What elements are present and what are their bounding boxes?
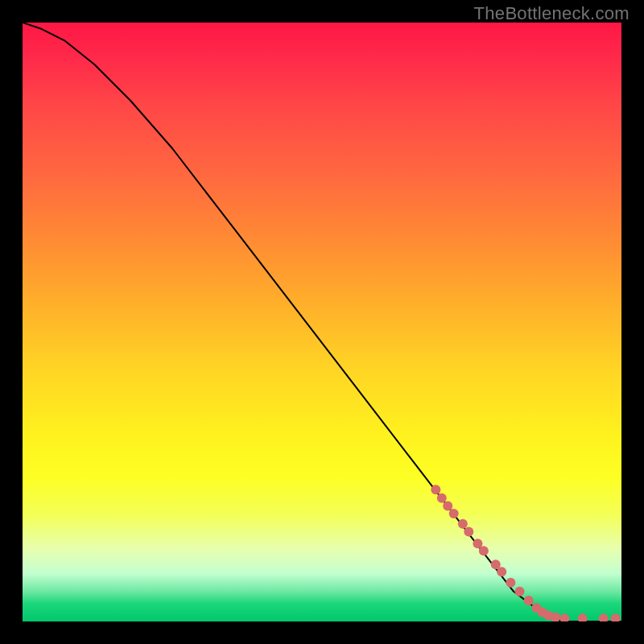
data-marker [506, 578, 515, 588]
bottleneck-curve [23, 23, 621, 621]
data-marker [559, 613, 569, 621]
chart-overlay [23, 23, 621, 621]
data-marker [449, 509, 459, 518]
data-marker [443, 501, 452, 510]
data-marker [479, 546, 489, 555]
data-marker [431, 485, 440, 494]
marker-group [431, 485, 620, 621]
data-marker [524, 596, 534, 605]
chart-frame: TheBottleneck.com [0, 0, 644, 644]
data-marker [458, 519, 468, 529]
data-marker [437, 493, 447, 503]
data-marker [464, 526, 473, 536]
watermark-text: TheBottleneck.com [474, 3, 630, 24]
data-marker [497, 567, 506, 576]
data-marker [578, 613, 588, 621]
data-marker [611, 613, 621, 621]
data-marker [515, 587, 525, 597]
data-marker [599, 613, 609, 621]
